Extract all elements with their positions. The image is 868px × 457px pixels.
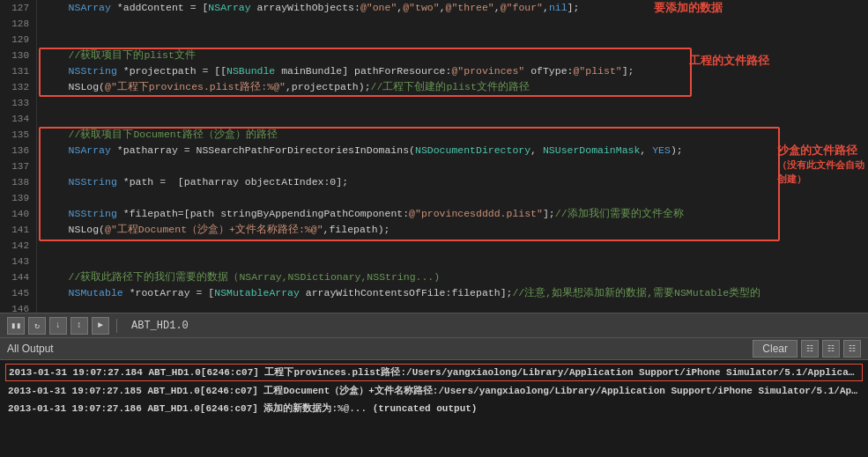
annotation-sandbox-path: 沙盒的文件路径 （没有此文件会自动创建） [777, 143, 868, 186]
output-line-3: 2013-01-31 19:07:27.186 ABT_HD1.0[6246:c… [5, 401, 863, 416]
output-line-2: 2013-01-31 19:07:27.185 ABT_HD1.0[6246:c… [5, 383, 863, 399]
bottom-toolbar: ▮▮ ↻ ↓ ↕ ► ABT_HD1.0 [0, 313, 868, 337]
code-line-127: NSArray *addContent = [NSArray arrayWith… [44, 0, 868, 16]
code-line-146 [44, 301, 868, 313]
output-icon-1[interactable]: ☷ [801, 340, 819, 357]
output-controls: Clear ☷ ☷ ☷ [753, 340, 861, 357]
code-line-143 [44, 254, 868, 269]
code-line-135: //获取项目下Document路径（沙盒）的路径 [44, 127, 868, 143]
code-line-132: NSLog(@"工程下provinces.plist路径:%@",project… [44, 79, 868, 95]
clear-button[interactable]: Clear [753, 340, 798, 357]
output-tab[interactable]: All Output [7, 343, 54, 355]
output-icon-2[interactable]: ☷ [822, 340, 840, 357]
toolbar-separator [116, 319, 117, 333]
code-line-139 [44, 190, 868, 206]
code-line-129 [44, 32, 868, 48]
code-column[interactable]: NSArray *addContent = [NSArray arrayWith… [37, 0, 868, 313]
code-line-141: NSLog(@"工程Document（沙盒）+文件名称路径:%@",filepa… [44, 222, 868, 238]
play-pause-btn[interactable]: ▮▮ [7, 317, 25, 335]
code-line-134 [44, 111, 868, 127]
stop-btn[interactable]: ↓ [49, 317, 67, 335]
output-content[interactable]: 2013-01-31 19:07:27.184 ABT_HD1.0[6246:c… [0, 360, 868, 457]
code-line-140: NSString *filepath=[path stringByAppendi… [44, 206, 868, 222]
code-line-137 [44, 158, 868, 174]
code-line-128 [44, 16, 868, 32]
restart-btn[interactable]: ↻ [28, 317, 46, 335]
step-in-btn[interactable]: ↕ [70, 317, 88, 335]
output-icon-3[interactable]: ☷ [843, 340, 861, 357]
code-line-136: NSArray *patharray = NSSearchPathForDire… [44, 143, 868, 158]
output-line-1: 2013-01-31 19:07:27.184 ABT_HD1.0[6246:c… [5, 364, 863, 381]
code-line-138: NSString *path = [patharray objectAtInde… [44, 174, 868, 190]
code-line-144: //获取此路径下的我们需要的数据（NSArray,NSDictionary,NS… [44, 269, 868, 285]
annotation-add-data: 要添加的数据 [654, 0, 723, 16]
line-number-col: 127 128 129 130 131 132 133 134 135 136 … [0, 0, 37, 313]
main-editor: 127 128 129 130 131 132 133 134 135 136 … [0, 0, 868, 313]
navigate-btn[interactable]: ► [92, 317, 109, 335]
code-line-145: NSMutable *rootArray = [NSMutableArray a… [44, 285, 868, 301]
annotation-project-path: 工程的文件路径 [689, 53, 769, 69]
code-line-133 [44, 95, 868, 111]
code-line-142 [44, 238, 868, 254]
output-header: All Output Clear ☷ ☷ ☷ [0, 337, 868, 360]
scheme-label: ABT_HD1.0 [131, 320, 189, 332]
